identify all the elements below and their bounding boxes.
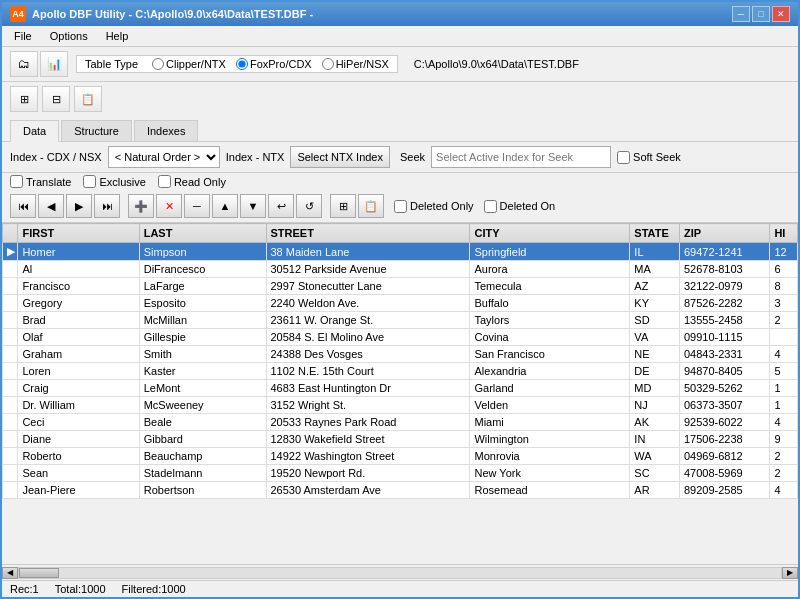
deleted-on-checkbox[interactable]	[484, 200, 497, 213]
cell-zip: 94870-8405	[679, 363, 769, 380]
tab-structure[interactable]: Structure	[61, 120, 132, 141]
table-row[interactable]: Loren Kaster 1102 N.E. 15th Court Alexan…	[3, 363, 798, 380]
nav-next[interactable]: ▶	[66, 194, 92, 218]
tab-indexes[interactable]: Indexes	[134, 120, 199, 141]
col-header-hi[interactable]: HI	[770, 224, 798, 243]
table-row[interactable]: Francisco LaFarge 2997 Stonecutter Lane …	[3, 278, 798, 295]
nav-first[interactable]: ⏮	[10, 194, 36, 218]
toolbar2-icon-3[interactable]: 📋	[74, 86, 102, 112]
radio-clipper-input[interactable]	[152, 58, 164, 70]
cell-state: SD	[630, 312, 680, 329]
menu-options[interactable]: Options	[42, 28, 96, 44]
cell-state: VA	[630, 329, 680, 346]
cell-city: Wilmington	[470, 431, 630, 448]
table-row[interactable]: Al DiFrancesco 30512 Parkside Avenue Aur…	[3, 261, 798, 278]
close-button[interactable]: ✕	[772, 6, 790, 22]
table-row[interactable]: Ceci Beale 20533 Raynes Park Road Miami …	[3, 414, 798, 431]
table-row[interactable]: Brad McMillan 23611 W. Orange St. Taylor…	[3, 312, 798, 329]
maximize-button[interactable]: □	[752, 6, 770, 22]
cell-state: IL	[630, 243, 680, 261]
soft-seek-checkbox[interactable]	[617, 151, 630, 164]
table-row[interactable]: Sean Stadelmann 19520 Newport Rd. New Yo…	[3, 465, 798, 482]
app-icon: A4	[10, 6, 26, 22]
status-rec: Rec:1	[10, 583, 39, 595]
radio-hiper-input[interactable]	[322, 58, 334, 70]
table-row[interactable]: ▶ Homer Simpson 38 Maiden Lane Springfie…	[3, 243, 798, 261]
table-row[interactable]: Gregory Esposito 2240 Weldon Ave. Buffal…	[3, 295, 798, 312]
cell-street: 2997 Stonecutter Lane	[266, 278, 470, 295]
cell-first: Brad	[18, 312, 139, 329]
nav-last[interactable]: ⏭	[94, 194, 120, 218]
table-row[interactable]: Jean-Piere Robertson 26530 Amsterdam Ave…	[3, 482, 798, 499]
nav-undo[interactable]: ↩	[268, 194, 294, 218]
nav-delete[interactable]: ✕	[156, 194, 182, 218]
cdx-select[interactable]: < Natural Order >	[108, 146, 220, 168]
menu-help[interactable]: Help	[98, 28, 137, 44]
scroll-left-btn[interactable]: ◀	[2, 567, 18, 579]
exclusive-checkbox[interactable]	[83, 175, 96, 188]
cell-zip: 87526-2282	[679, 295, 769, 312]
title-bar: A4 Apollo DBF Utility - C:\Apollo\9.0\x6…	[2, 2, 798, 26]
cell-zip: 06373-3507	[679, 397, 769, 414]
cell-city: San Francisco	[470, 346, 630, 363]
col-header-last[interactable]: LAST	[139, 224, 266, 243]
nav-refresh[interactable]: ↺	[296, 194, 322, 218]
cell-hi: 1	[770, 397, 798, 414]
seek-input[interactable]	[431, 146, 611, 168]
nav-dash[interactable]: ─	[184, 194, 210, 218]
cell-first: Francisco	[18, 278, 139, 295]
main-window: A4 Apollo DBF Utility - C:\Apollo\9.0\x6…	[0, 0, 800, 599]
col-header-first[interactable]: FIRST	[18, 224, 139, 243]
cell-state: AR	[630, 482, 680, 499]
cell-last: McMillan	[139, 312, 266, 329]
readonly-checkbox[interactable]	[158, 175, 171, 188]
cell-first: Loren	[18, 363, 139, 380]
cell-first: Dr. William	[18, 397, 139, 414]
cell-street: 4683 East Huntington Dr	[266, 380, 470, 397]
cell-hi: 4	[770, 482, 798, 499]
scrollbar-thumb[interactable]	[19, 568, 59, 578]
cell-last: DiFrancesco	[139, 261, 266, 278]
col-header-city[interactable]: CITY	[470, 224, 630, 243]
cell-city: Miami	[470, 414, 630, 431]
table-row[interactable]: Olaf Gillespie 20584 S. El Molino Ave Co…	[3, 329, 798, 346]
nav-down[interactable]: ▼	[240, 194, 266, 218]
deleted-only-checkbox[interactable]	[394, 200, 407, 213]
table-scroll[interactable]: FIRST LAST STREET CITY STATE ZIP HI ▶ Ho…	[2, 223, 798, 564]
table-row[interactable]: Roberto Beauchamp 14922 Washington Stree…	[3, 448, 798, 465]
col-header-street[interactable]: STREET	[266, 224, 470, 243]
cell-state: AZ	[630, 278, 680, 295]
radio-foxpro-input[interactable]	[236, 58, 248, 70]
toolbar-icon-2[interactable]: 📊	[40, 51, 68, 77]
minimize-button[interactable]: ─	[732, 6, 750, 22]
toolbar2-icon-1[interactable]: ⊞	[10, 86, 38, 112]
table-row[interactable]: Craig LeMont 4683 East Huntington Dr Gar…	[3, 380, 798, 397]
scrollbar-track[interactable]	[18, 567, 782, 579]
nav-prev[interactable]: ◀	[38, 194, 64, 218]
nav-up[interactable]: ▲	[212, 194, 238, 218]
cell-city: Covina	[470, 329, 630, 346]
translate-checkbox[interactable]	[10, 175, 23, 188]
col-header-state[interactable]: STATE	[630, 224, 680, 243]
cell-street: 30512 Parkside Avenue	[266, 261, 470, 278]
ntx-button[interactable]: Select NTX Index	[290, 146, 390, 168]
table-row[interactable]: Diane Gibbard 12830 Wakefield Street Wil…	[3, 431, 798, 448]
table-row[interactable]: Graham Smith 24388 Des Vosges San Franci…	[3, 346, 798, 363]
h-scrollbar[interactable]: ◀ ▶	[2, 564, 798, 580]
col-header-zip[interactable]: ZIP	[679, 224, 769, 243]
menu-file[interactable]: File	[6, 28, 40, 44]
toolbar2-icon-2[interactable]: ⊟	[42, 86, 70, 112]
cell-hi: 4	[770, 414, 798, 431]
cell-hi: 8	[770, 278, 798, 295]
cell-first: Al	[18, 261, 139, 278]
nav-copy[interactable]: 📋	[358, 194, 384, 218]
scroll-right-btn[interactable]: ▶	[782, 567, 798, 579]
cell-state: MD	[630, 380, 680, 397]
cell-city: Springfield	[470, 243, 630, 261]
nav-grid[interactable]: ⊞	[330, 194, 356, 218]
tab-data[interactable]: Data	[10, 120, 59, 142]
nav-add[interactable]: ➕	[128, 194, 154, 218]
checkbox-row: Translate Exclusive Read Only	[2, 173, 798, 190]
toolbar-icon-1[interactable]: 🗂	[10, 51, 38, 77]
table-row[interactable]: Dr. William McSweeney 3152 Wright St. Ve…	[3, 397, 798, 414]
